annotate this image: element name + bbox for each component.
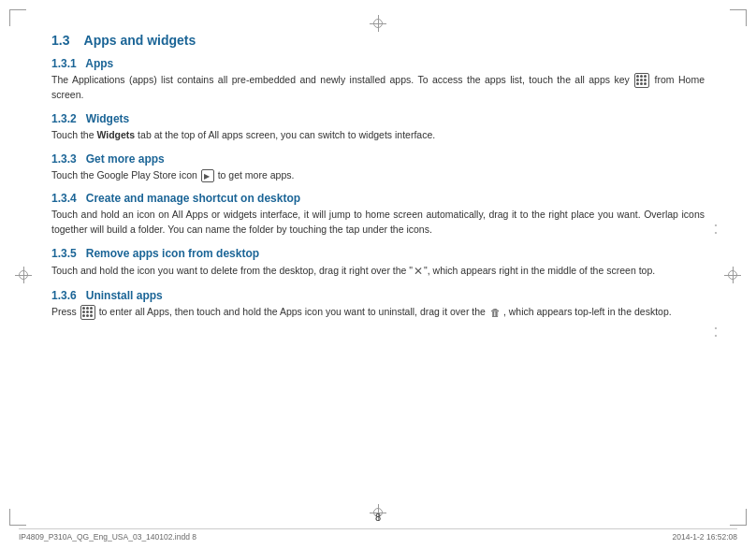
section-1-3-2-title: Widgets [86,112,130,125]
section-1-3-4-num: 1.3.4 [51,192,77,205]
delete-x-icon: ✕ [414,263,423,280]
section-1-3-5-title: Remove apps icon from desktop [86,247,259,260]
section-1-3-1-heading: 1.3.1 Apps [51,57,705,70]
page-number: 8 [375,512,381,523]
trash-icon: 🗑 [489,306,502,319]
section-1-3-6-num: 1.3.6 [51,289,77,302]
from-text: from [655,74,675,85]
section-1-3-4-heading: 1.3.4 Create and manage shortcut on desk… [51,192,705,205]
section-1-3-3-heading: 1.3.3 Get more apps [51,152,705,166]
footer-right: 2014-1-2 16:52:08 [673,532,737,542]
section-1-3-1-body: The Applications (apps) list contains al… [51,73,705,103]
section-1-3-6-title: Uninstall apps [86,289,163,302]
section-1-3-2-heading: 1.3.2 Widgets [51,112,705,125]
section-1-3-num: 1.3 [51,33,69,48]
section-1-3-3-num: 1.3.3 [51,152,77,166]
section-1-3-6-heading: 1.3.6 Uninstall apps [51,289,705,302]
footer-bar: IP4809_P310A_QG_Eng_USA_03_140102.indd 8… [19,528,737,542]
section-1-3-3-title: Get more apps [86,152,165,166]
footer-left: IP4809_P310A_QG_Eng_USA_03_140102.indd 8 [19,532,196,542]
page-content: 1.3 Apps and widgets 1.3.1 Apps The Appl… [51,28,705,320]
section-1-3-4-title: Create and manage shortcut on desktop [86,192,300,205]
section-1-3-5-body: Touch and hold the icon you want to dele… [51,263,705,280]
section-1-3-5-heading: 1.3.5 Remove apps icon from desktop [51,247,705,260]
section-1-3-title: 1.3 Apps and widgets [51,33,705,48]
section-1-3-2-body: Touch the Widgets tab at the top of All … [51,128,705,143]
section-1-3-5-num: 1.3.5 [51,247,77,260]
section-1-3-text: Apps and widgets [84,33,196,48]
grid-icon [634,73,649,88]
section-1-3-2-num: 1.3.2 [51,112,77,125]
play-store-icon [201,169,214,182]
section-1-3-4-body: Touch and hold an icon on All Apps or wi… [51,208,705,238]
section-1-3-6-body: Press to enter all Apps, then touch and … [51,305,705,320]
section-1-3-1-title: Apps [85,57,113,70]
section-1-3-1-num: 1.3.1 [51,57,77,70]
grid-icon-2 [80,305,95,320]
section-1-3-3-body: Touch the Google Play Store icon to get … [51,168,705,183]
